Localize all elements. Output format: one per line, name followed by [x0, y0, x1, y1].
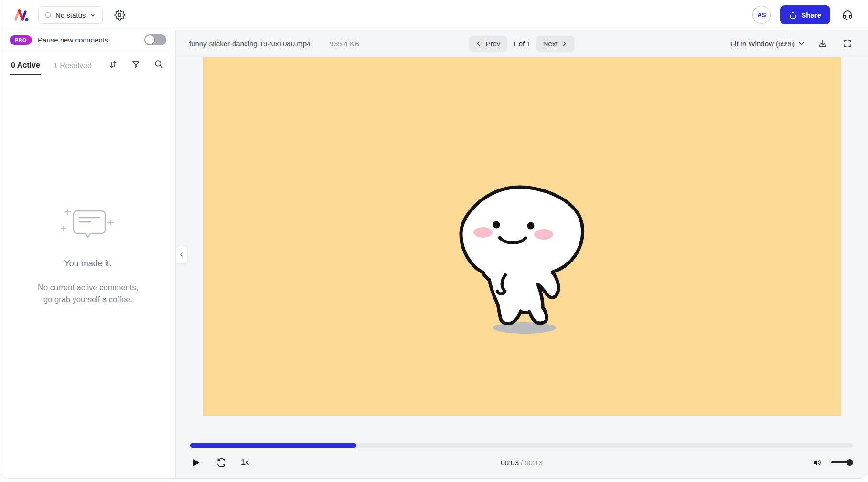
play-icon	[192, 458, 200, 467]
prev-file-button[interactable]: Prev	[469, 36, 507, 52]
video-stage	[176, 57, 868, 416]
markup-logo-icon	[13, 7, 29, 23]
chevron-left-icon	[179, 252, 184, 258]
empty-state-title: You made it.	[0, 259, 175, 269]
search-button[interactable]	[152, 57, 166, 71]
next-button-label: Next	[543, 40, 558, 48]
time-display: 00:03 / 00:13	[501, 459, 543, 467]
gear-icon	[114, 10, 125, 21]
filter-icon	[131, 60, 140, 69]
empty-comments-illustration	[59, 206, 117, 247]
markup-review-app: No status AS Share	[0, 0, 868, 479]
viewer-area: funny-sticker-dancing.1920x1080.mp4 935.…	[176, 30, 868, 478]
share-button[interactable]: Share	[780, 5, 830, 24]
volume-slider[interactable]	[831, 459, 853, 466]
play-button[interactable]	[190, 456, 202, 469]
share-icon	[789, 11, 797, 19]
empty-comments-state: You made it. No current active comments,…	[0, 206, 175, 305]
playback-controls: 1x 00:03 / 00:13	[190, 448, 853, 477]
download-button[interactable]	[816, 37, 829, 50]
pause-comments-label: Pause new comments	[38, 36, 108, 44]
zoom-level-dropdown[interactable]: Fit In Window (69%)	[730, 40, 804, 48]
comment-tools	[107, 57, 166, 71]
file-navigation: Prev 1 of 1 Next	[469, 36, 574, 52]
mute-button[interactable]	[811, 456, 824, 469]
volume-icon	[813, 458, 822, 467]
player-controls-bar: 1x 00:03 / 00:13	[176, 416, 868, 478]
support-button[interactable]	[840, 7, 855, 22]
share-button-label: Share	[801, 11, 821, 19]
pause-comments-row: PRO Pause new comments	[0, 30, 175, 50]
markup-logo[interactable]	[13, 7, 29, 23]
tab-resolved-comments[interactable]: 1 Resolved	[53, 54, 93, 75]
video-progress-bar[interactable]	[190, 443, 853, 448]
video-canvas[interactable]	[203, 57, 841, 416]
pro-badge: PRO	[10, 35, 32, 45]
status-circle-icon	[45, 12, 51, 18]
empty-state-message: No current active comments, go grab your…	[0, 282, 175, 305]
comments-sidebar: PRO Pause new comments 0 Active 1 Resolv…	[0, 30, 176, 478]
file-name: funny-sticker-dancing.1920x1080.mp4	[189, 40, 311, 48]
main-content: PRO Pause new comments 0 Active 1 Resolv…	[0, 30, 868, 478]
status-dropdown[interactable]: No status	[38, 6, 103, 24]
pause-comments-toggle[interactable]	[144, 34, 166, 45]
next-file-button[interactable]: Next	[536, 36, 575, 52]
video-progress-fill	[190, 443, 356, 448]
loop-icon	[216, 458, 226, 468]
filter-button[interactable]	[129, 58, 142, 71]
volume-slider-knob[interactable]	[847, 459, 853, 466]
dancing-sticker-character	[454, 181, 611, 339]
total-duration: / 00:13	[521, 459, 543, 467]
sort-button[interactable]	[107, 58, 120, 71]
viewer-toolbar: funny-sticker-dancing.1920x1080.mp4 935.…	[176, 30, 868, 57]
loop-button[interactable]	[214, 456, 228, 470]
prev-button-label: Prev	[485, 40, 500, 48]
sidebar-collapse-button[interactable]	[176, 246, 187, 264]
empty-state-line1: No current active comments,	[38, 283, 138, 292]
tab-active-comments[interactable]: 0 Active	[10, 53, 41, 75]
settings-button[interactable]	[112, 8, 127, 22]
avatar[interactable]: AS	[752, 6, 771, 24]
file-size: 935.4 KB	[330, 40, 359, 48]
toggle-knob	[145, 35, 154, 44]
page-indicator: 1 of 1	[513, 40, 531, 48]
playback-speed-button[interactable]: 1x	[241, 458, 249, 467]
zoom-level-label: Fit In Window (69%)	[730, 40, 795, 48]
chevron-down-icon	[90, 12, 96, 18]
volume-controls	[811, 456, 853, 469]
chevron-down-icon	[798, 41, 804, 47]
search-icon	[154, 59, 164, 69]
empty-state-line2: go grab yourself a coffee.	[43, 295, 132, 304]
headset-icon	[842, 9, 853, 21]
sort-icon	[108, 60, 118, 69]
fullscreen-button[interactable]	[841, 37, 854, 50]
chevron-right-icon	[562, 41, 568, 47]
playback-left-controls: 1x	[190, 456, 249, 470]
status-dropdown-label: No status	[55, 11, 86, 19]
fullscreen-icon	[843, 39, 852, 48]
comments-tabs: 0 Active 1 Resolved	[0, 50, 175, 78]
top-bar: No status AS Share	[0, 0, 868, 30]
current-time: 00:03	[501, 459, 519, 467]
chevron-left-icon	[475, 41, 482, 47]
download-icon	[818, 39, 827, 48]
viewer-tools: Fit In Window (69%)	[730, 37, 854, 50]
